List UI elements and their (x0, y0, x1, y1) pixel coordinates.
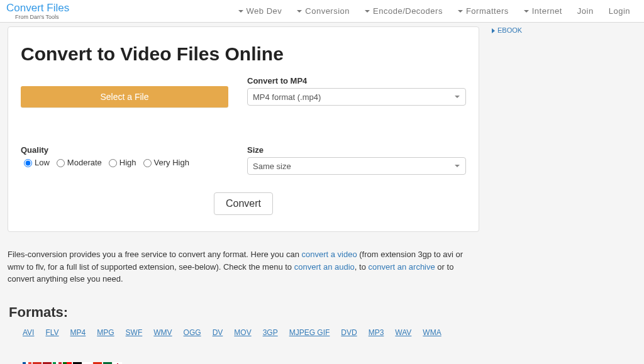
brand-subtitle: From Dan's Tools (15, 14, 69, 20)
convert-button[interactable]: Convert (214, 192, 273, 215)
row-quality-size: Quality LowModerateHighVery High Size Sa… (21, 145, 466, 175)
row-file-format: Select a File Convert to MP4 MP4 format … (21, 76, 466, 108)
page-container: Convert to Video Files Online Select a F… (0, 23, 644, 364)
link-convert-audio[interactable]: convert an audio (294, 262, 355, 272)
format-link-wmv[interactable]: WMV (153, 328, 172, 337)
nav-dropdown-internet[interactable]: Internet (516, 6, 570, 16)
sidebar-item-ebook[interactable]: EBOOK (492, 26, 636, 34)
format-link-avi[interactable]: AVI (23, 328, 34, 337)
quality-radio[interactable] (143, 159, 152, 167)
desc-pre: Files-conversion provides you a free ser… (8, 250, 302, 259)
converter-card: Convert to Video Files Online Select a F… (8, 26, 479, 232)
format-link-wma[interactable]: WMA (423, 328, 441, 337)
nav-dropdown-formatters[interactable]: Formatters (450, 6, 516, 16)
format-link-3gp[interactable]: 3GP (263, 328, 278, 337)
quality-radio[interactable] (24, 159, 32, 167)
convert-button-wrap: Convert (21, 192, 466, 215)
flag-saudi-icon[interactable] (103, 362, 112, 365)
size-select[interactable]: Same size (247, 157, 466, 175)
quality-option-label: Low (35, 158, 50, 167)
caret-down-icon (238, 10, 243, 13)
quality-label: Quality (21, 145, 228, 155)
format-link-mjpeg-gif[interactable]: MJPEG GIF (289, 328, 330, 337)
quality-option-label: High (119, 158, 136, 167)
col-quality: Quality LowModerateHighVery High (21, 145, 228, 175)
col-select-file: Select a File (21, 76, 228, 108)
quality-radio[interactable] (109, 159, 117, 167)
brand[interactable]: Convert Files From Dan's Tools (6, 3, 69, 20)
nav-dropdown-web-dev[interactable]: Web Dev (231, 6, 290, 16)
flag-spain-icon[interactable] (43, 362, 52, 365)
formats-list: AVIFLVMP4MPGSWFWMVOGGDVMOV3GPMJPEG GIFDV… (8, 328, 636, 337)
flag-switzerland-icon[interactable] (33, 362, 42, 365)
col-size: Size Same size (247, 145, 466, 175)
nav-items: Web DevConversionEncode/DecodersFormatte… (231, 6, 638, 16)
format-link-mov[interactable]: MOV (234, 328, 251, 337)
quality-option-label: Very High (154, 158, 189, 167)
convert-to-select[interactable]: MP4 format (.mp4) (247, 88, 466, 106)
nav-item-label: Formatters (466, 6, 509, 16)
flag-russia-icon[interactable] (83, 362, 92, 365)
nav-item-label: Encode/Decoders (373, 6, 443, 16)
description-text: Files-conversion provides you a free ser… (8, 248, 479, 285)
quality-radio[interactable] (57, 159, 65, 167)
size-select-wrap: Same size (247, 157, 466, 175)
format-link-wav[interactable]: WAV (395, 328, 411, 337)
quality-option-moderate[interactable]: Moderate (53, 157, 102, 167)
convert-to-label: Convert to MP4 (247, 76, 466, 85)
language-flags (23, 362, 636, 365)
flag-germany-icon[interactable] (73, 362, 82, 365)
flag-portugal-icon[interactable] (63, 362, 72, 365)
quality-option-low[interactable]: Low (21, 157, 50, 167)
sidebar: EBOOK (492, 23, 636, 285)
nav-item-label: Conversion (305, 6, 350, 16)
format-link-swf[interactable]: SWF (126, 328, 143, 337)
sidebar-item-label: EBOOK (497, 26, 522, 34)
format-link-ogg[interactable]: OGG (184, 328, 201, 337)
caret-down-icon (458, 10, 463, 13)
format-link-dv[interactable]: DV (213, 328, 223, 337)
format-link-mpg[interactable]: MPG (97, 328, 114, 337)
link-convert-archive[interactable]: convert an archive (369, 262, 435, 272)
nav-item-label: Internet (532, 6, 562, 16)
format-link-dvd[interactable]: DVD (341, 328, 357, 337)
nav-link-login[interactable]: Login (601, 6, 638, 16)
main-column: Convert to Video Files Online Select a F… (8, 23, 479, 285)
format-link-mp4[interactable]: MP4 (70, 328, 86, 337)
caret-down-icon (365, 10, 370, 13)
link-convert-video[interactable]: convert a video (302, 250, 357, 259)
flag-china-icon[interactable] (93, 362, 102, 365)
caret-down-icon (297, 10, 302, 13)
page-title: Convert to Video Files Online (21, 43, 466, 65)
formats-title: Formats: (9, 304, 636, 321)
layout: Convert to Video Files Online Select a F… (8, 23, 636, 285)
flag-france-icon[interactable] (23, 362, 31, 365)
navbar: Convert Files From Dan's Tools Web DevCo… (0, 0, 644, 23)
select-file-button[interactable]: Select a File (21, 86, 228, 108)
quality-radio-group: LowModerateHighVery High (21, 157, 228, 167)
nav-link-join[interactable]: Join (570, 6, 601, 16)
quality-option-label: Moderate (67, 158, 102, 167)
format-link-mp3[interactable]: MP3 (369, 328, 384, 337)
flag-italy-icon[interactable] (53, 362, 62, 365)
nav-dropdown-encode-decoders[interactable]: Encode/Decoders (357, 6, 450, 16)
quality-option-high[interactable]: High (106, 157, 136, 167)
flag-japan-icon[interactable] (113, 362, 122, 365)
brand-title: Convert Files (6, 3, 69, 13)
nav-item-label: Web Dev (247, 6, 282, 16)
caret-down-icon (524, 10, 529, 13)
desc-mid2: , to (355, 262, 369, 272)
caret-right-icon (492, 28, 495, 33)
size-label: Size (247, 145, 466, 155)
format-link-flv[interactable]: FLV (45, 328, 58, 337)
nav-dropdown-conversion[interactable]: Conversion (289, 6, 357, 16)
quality-option-very-high[interactable]: Very High (140, 157, 189, 167)
col-convert-to: Convert to MP4 MP4 format (.mp4) (247, 76, 466, 108)
convert-to-select-wrap: MP4 format (.mp4) (247, 88, 466, 106)
